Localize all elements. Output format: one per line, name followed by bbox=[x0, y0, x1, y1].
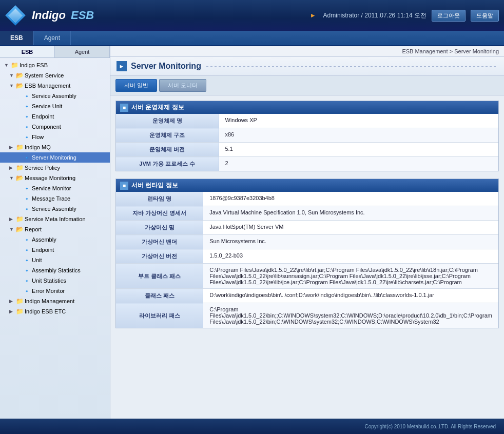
sidebar-item-label: Endpoint bbox=[32, 113, 54, 120]
sidebar-item-label: Indigo Management bbox=[25, 298, 74, 304]
sidebar-item-error-monitor[interactable]: 🔹 Error Monitor bbox=[0, 286, 110, 296]
sidebar-item-label: Indigo ESB ETC bbox=[25, 308, 66, 314]
os-section-header: ■ 서버 운영체제 정보 bbox=[116, 101, 498, 114]
sidebar-item-label: ESB Management bbox=[25, 83, 70, 89]
table-header: 운영체제 구조 bbox=[116, 128, 219, 143]
sidebar-item-message-monitoring[interactable]: ▼ 📂 Message Monitoring bbox=[0, 173, 110, 183]
sidebar-item-label: Service Monitor bbox=[32, 185, 71, 191]
table-header: 운영체제 버전 bbox=[116, 143, 219, 157]
table-cell: D:\work\indigo\indigoesb\bin\..\conf;D:\… bbox=[203, 289, 498, 303]
folder-icon: 📂 bbox=[15, 82, 24, 90]
sidebar-item-label: Component bbox=[32, 124, 61, 130]
content: ■ 서버 운영체제 정보 운영체제 명Windows XP운영체제 구조x86운… bbox=[110, 95, 504, 341]
tab-agent[interactable]: Agent bbox=[34, 31, 71, 45]
header-right: ► Administrator / 2011.07.26 11:14 오전 로그… bbox=[310, 10, 499, 22]
page-title: Server Monitoring bbox=[131, 62, 201, 71]
sidebar-tab-esb[interactable]: ESB bbox=[0, 46, 55, 57]
sidebar-item-endpoint[interactable]: 🔹 Endpoint bbox=[0, 111, 110, 122]
logo-text: Indigo bbox=[32, 9, 66, 22]
table-header: 자바 가상머신 명세서 bbox=[116, 206, 203, 221]
table-cell: 1.5.0_22-b03 bbox=[203, 249, 498, 264]
table-row: 클래스 패스D:\work\indigo\indigoesb\bin\..\co… bbox=[116, 289, 498, 303]
breadcrumb: ESB Management > Server Monitoring bbox=[110, 46, 504, 57]
sidebar-item-message-trace[interactable]: 🔹 Message Trace bbox=[0, 193, 110, 204]
sidebar-item-indigo-mq[interactable]: ▶ 📁 Indigo MQ bbox=[0, 142, 110, 152]
table-header: JVM 가용 프로세스 수 bbox=[116, 157, 219, 171]
sidebar-item-assembly-statistics[interactable]: 🔹 Assembly Statistics bbox=[0, 265, 110, 275]
sub-tab-normal[interactable]: 서버 일반 bbox=[115, 79, 157, 92]
sidebar-item-assembly[interactable]: 🔹 Assembly bbox=[0, 234, 110, 245]
sidebar-item-component[interactable]: 🔹 Component bbox=[0, 122, 110, 132]
sidebar-item-service-assembly-msg[interactable]: 🔹 Service Assembly bbox=[0, 204, 110, 214]
os-section-title: 서버 운영체제 정보 bbox=[131, 103, 184, 112]
sidebar-item-indigo-esb-etc[interactable]: ▶ 📁 Indigo ESB ETC bbox=[0, 306, 110, 317]
tab-esb[interactable]: ESB bbox=[0, 31, 34, 45]
table-row: 가상머신 버전1.5.0_22-b03 bbox=[116, 249, 498, 264]
sidebar-item-label: Indigo ESB bbox=[20, 62, 48, 68]
logo: Indigo ESB bbox=[5, 5, 94, 26]
table-cell: C:\Program Files\Java\jdk1.5.0_22\jre\li… bbox=[203, 264, 498, 289]
table-row: 부트 클래스 패스C:\Program Files\Java\jdk1.5.0_… bbox=[116, 264, 498, 289]
leaf-icon: 🔹 bbox=[23, 266, 31, 274]
table-cell: C:\Program Files\Java\jdk1.5.0_22\bin;;C… bbox=[203, 303, 498, 328]
table-header: 클래스 패스 bbox=[116, 289, 203, 303]
sidebar-item-label: Unit bbox=[32, 257, 42, 263]
sidebar-item-endpoint-report[interactable]: 🔹 Endpoint bbox=[0, 245, 110, 255]
sidebar-item-label: Unit Statistics bbox=[32, 278, 66, 284]
sidebar-item-report[interactable]: ▼ 📂 Report bbox=[0, 224, 110, 234]
sidebar-item-esb-management[interactable]: ▼ 📂 ESB Management bbox=[0, 81, 110, 91]
leaf-icon: 🔹 bbox=[23, 153, 31, 162]
sidebar-item-indigo-esb[interactable]: ▼ 📁 Indigo ESB bbox=[0, 60, 110, 70]
leaf-icon: 🔹 bbox=[23, 277, 31, 285]
runtime-section-title: 서버 런타임 정보 bbox=[131, 181, 178, 190]
expand-icon: ▼ bbox=[9, 83, 14, 88]
sidebar-item-flow[interactable]: 🔹 Flow bbox=[0, 132, 110, 142]
expand-icon: ▼ bbox=[4, 63, 9, 68]
sidebar-item-label: Service Meta Infomation bbox=[25, 216, 86, 222]
folder-icon: 📁 bbox=[15, 215, 24, 223]
table-header: 가상머신 버전 bbox=[116, 249, 203, 264]
help-button[interactable]: 도움말 bbox=[471, 10, 499, 22]
sidebar-item-unit-statistics[interactable]: 🔹 Unit Statistics bbox=[0, 275, 110, 286]
leaf-icon: 🔹 bbox=[23, 102, 31, 110]
expand-icon: ▶ bbox=[9, 216, 14, 222]
sidebar-item-server-monitoring[interactable]: 🔹 Server Monitoring bbox=[0, 152, 110, 163]
sub-tab-monitor[interactable]: 서버 모니터 bbox=[159, 79, 206, 92]
table-row: 가상머신 밴더Sun Microsystems Inc. bbox=[116, 235, 498, 249]
logout-button[interactable]: 로그아웃 bbox=[432, 10, 466, 22]
table-header: 부트 클래스 패스 bbox=[116, 264, 203, 289]
table-header: 운영체제 명 bbox=[116, 114, 219, 128]
sidebar-item-service-policy[interactable]: ▶ 📁 Service Policy bbox=[0, 163, 110, 173]
sub-tabs: 서버 일반 서버 모니터 bbox=[110, 76, 504, 95]
leaf-icon: 🔹 bbox=[23, 92, 31, 100]
sidebar-tab-agent[interactable]: Agent bbox=[55, 46, 110, 57]
expand-icon: ▼ bbox=[9, 175, 14, 181]
sidebar-item-label: Service Assembly bbox=[32, 93, 76, 99]
sidebar-item-indigo-management[interactable]: ▶ 📁 Indigo Management bbox=[0, 296, 110, 306]
footer-text: Copyright(c) 2010 Metabuild.co.,LTD. All… bbox=[365, 424, 496, 429]
table-header: 가상머신 명 bbox=[116, 221, 203, 235]
table-cell: x86 bbox=[219, 128, 498, 143]
sidebar-item-service-monitor[interactable]: 🔹 Service Monitor bbox=[0, 183, 110, 193]
leaf-icon: 🔹 bbox=[23, 123, 31, 131]
page-header-line bbox=[206, 66, 498, 67]
os-section: ■ 서버 운영체제 정보 운영체제 명Windows XP운영체제 구조x86운… bbox=[115, 101, 499, 171]
table-cell: Java Virtual Machine Specification 1.0, … bbox=[203, 206, 498, 221]
sidebar-item-unit[interactable]: 🔹 Unit bbox=[0, 255, 110, 265]
leaf-icon: 🔹 bbox=[23, 246, 31, 254]
sidebar-item-service-meta[interactable]: ▶ 📁 Service Meta Infomation bbox=[0, 214, 110, 224]
sidebar-item-service-unit[interactable]: 🔹 Service Unit bbox=[0, 101, 110, 111]
sidebar-item-system-service[interactable]: ▼ 📂 System Service bbox=[0, 70, 110, 81]
table-cell: 1876@9c9387e3203b4b8 bbox=[203, 192, 498, 206]
leaf-icon: 🔹 bbox=[23, 194, 31, 203]
folder-icon: 📁 bbox=[15, 297, 24, 305]
leaf-icon: 🔹 bbox=[23, 184, 31, 192]
table-row: 런타임 명1876@9c9387e3203b4b8 bbox=[116, 192, 498, 206]
table-header: 라이브러리 패스 bbox=[116, 303, 203, 328]
leaf-icon: 🔹 bbox=[23, 133, 31, 141]
arrow-icon: ► bbox=[310, 12, 316, 19]
sidebar-item-label: Service Assembly bbox=[32, 206, 76, 212]
table-header: 런타임 명 bbox=[116, 192, 203, 206]
page-header: ► Server Monitoring bbox=[110, 57, 504, 76]
sidebar-item-service-assembly[interactable]: 🔹 Service Assembly bbox=[0, 91, 110, 101]
